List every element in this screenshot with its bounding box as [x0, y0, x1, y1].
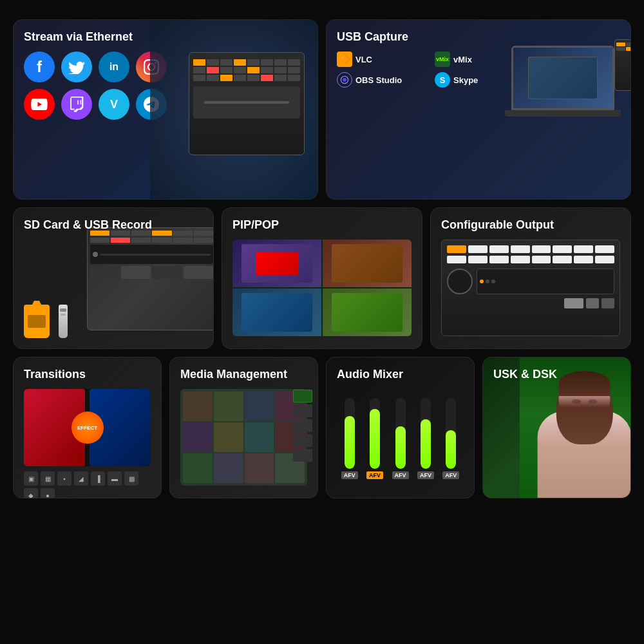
- switcher-device-sdcard: [87, 227, 214, 330]
- fader-channel-5: AFV: [441, 398, 461, 479]
- card-media: Media Management: [169, 357, 318, 498]
- facebook-icon: f: [24, 52, 55, 82]
- vlc-logo: 🔶 VLC: [337, 52, 424, 67]
- card-pip: PIP/POP: [222, 207, 422, 349]
- trans-btn-1[interactable]: ▣: [24, 471, 38, 486]
- svg-point-1: [343, 78, 346, 82]
- trans-btn-4[interactable]: ◢: [74, 471, 88, 486]
- media-cell: [183, 453, 213, 483]
- trans-btn-2[interactable]: ▦: [41, 471, 55, 486]
- card-ethernet: Stream via Ethernet f in: [13, 19, 318, 200]
- vmix-logo: vMix vMix: [435, 52, 522, 67]
- pip-cell-3: [232, 289, 321, 336]
- trans-btn-6[interactable]: ▬: [108, 471, 122, 486]
- trans-btn-7[interactable]: ▩: [124, 471, 138, 486]
- ethernet-title: Stream via Ethernet: [24, 30, 307, 44]
- trans-effect: EFFECT: [71, 412, 104, 444]
- card-sdcard: SD Card & USB Record: [13, 207, 214, 349]
- usk-title: USK & DSK: [493, 368, 620, 381]
- pip-title: PIP/POP: [232, 218, 412, 232]
- media-grid: [180, 389, 307, 486]
- fader-fill-2: [370, 409, 380, 469]
- card-usk: USK & DSK: [482, 357, 631, 498]
- twitch-icon: [61, 89, 92, 120]
- trans-btn-8[interactable]: ◆: [24, 488, 38, 498]
- media-cell: [245, 392, 274, 421]
- row-1: Stream via Ethernet f in: [13, 19, 631, 200]
- audio-title: Audio Mixer: [337, 368, 464, 381]
- laptop-mockup: [511, 46, 621, 117]
- storage-icons: [24, 305, 68, 338]
- transitions-title: Transitions: [24, 368, 151, 381]
- person-figure: [538, 365, 630, 498]
- fader-channel-4: AFV: [415, 398, 435, 479]
- card-transitions: Transitions EFFECT ▣ ▦ ▪ ◢ ▐ ▬ ▩ ◆ ●: [13, 357, 162, 498]
- card-usb: USB Capture 🔶 VLC vMix vMix Teams: [326, 19, 631, 200]
- obs-icon: [337, 72, 352, 88]
- vlc-icon: 🔶: [337, 52, 352, 67]
- fader-channel-2: AFV: [365, 398, 384, 479]
- twitter-icon: [61, 52, 92, 82]
- vmix-icon: vMix: [435, 52, 450, 67]
- transition-buttons: ▣ ▦ ▪ ◢ ▐ ▬ ▩ ◆ ●: [24, 471, 151, 498]
- fader-track-5: [446, 398, 456, 469]
- media-cell: [245, 422, 274, 452]
- media-cell: [214, 453, 243, 483]
- fader-label-4: AFV: [417, 471, 434, 479]
- fader-label-3: AFV: [392, 471, 409, 479]
- usb-drive-icon: [59, 305, 68, 338]
- config-device: [441, 240, 620, 336]
- faders-container: AFV AFV AFV: [337, 389, 464, 479]
- media-cell: [214, 422, 243, 452]
- usb-title: USB Capture: [337, 30, 620, 44]
- config-title: Configurable Output: [441, 218, 620, 232]
- main-container: Stream via Ethernet f in: [13, 19, 631, 625]
- fader-channel-1: AFV: [339, 398, 359, 479]
- card-audio: Audio Mixer AFV AFV: [326, 357, 475, 498]
- sdcard-title: SD Card & USB Record: [24, 218, 203, 232]
- ethernet-device: [189, 52, 305, 155]
- fader-track-3: [395, 398, 406, 469]
- vimeo-icon: V: [99, 89, 129, 120]
- pip-cell-1: [232, 240, 321, 287]
- fader-track-2: [370, 398, 380, 469]
- skype-icon: S: [435, 72, 450, 88]
- linkedin-icon: in: [99, 52, 129, 82]
- fader-track-4: [421, 398, 431, 469]
- fader-fill-1: [345, 416, 355, 469]
- youtube-icon: [24, 89, 55, 120]
- pip-display: [232, 240, 412, 336]
- pip-cell-2: [323, 240, 412, 287]
- trans-btn-5[interactable]: ▐: [91, 471, 105, 486]
- trans-btn-9[interactable]: ●: [41, 488, 55, 498]
- card-config: Configurable Output: [430, 207, 631, 349]
- media-cell: [183, 392, 213, 421]
- fader-fill-5: [446, 430, 456, 469]
- media-sidebar: [293, 390, 312, 462]
- fader-channel-3: AFV: [390, 398, 410, 479]
- row-3: Transitions EFFECT ▣ ▦ ▪ ◢ ▐ ▬ ▩ ◆ ●: [13, 357, 631, 498]
- row-2: SD Card & USB Record: [13, 207, 631, 349]
- obs-logo: OBS Studio: [337, 72, 424, 88]
- pip-cell-4: [323, 289, 412, 336]
- fader-label-5: AFV: [442, 471, 459, 479]
- fader-fill-4: [421, 419, 431, 469]
- trans-btn-3[interactable]: ▪: [57, 471, 71, 486]
- media-cell: [214, 392, 243, 421]
- skype-logo: S Skype: [435, 72, 522, 88]
- fader-fill-3: [395, 426, 406, 469]
- fader-label-2: AFV: [366, 471, 383, 479]
- transitions-preview: EFFECT: [24, 389, 151, 466]
- sd-card-icon: [24, 305, 50, 338]
- media-cell: [245, 453, 274, 483]
- media-cell: [183, 422, 213, 452]
- fader-track-1: [345, 398, 355, 469]
- fader-label-1: AFV: [341, 471, 358, 479]
- media-title: Media Management: [180, 368, 307, 381]
